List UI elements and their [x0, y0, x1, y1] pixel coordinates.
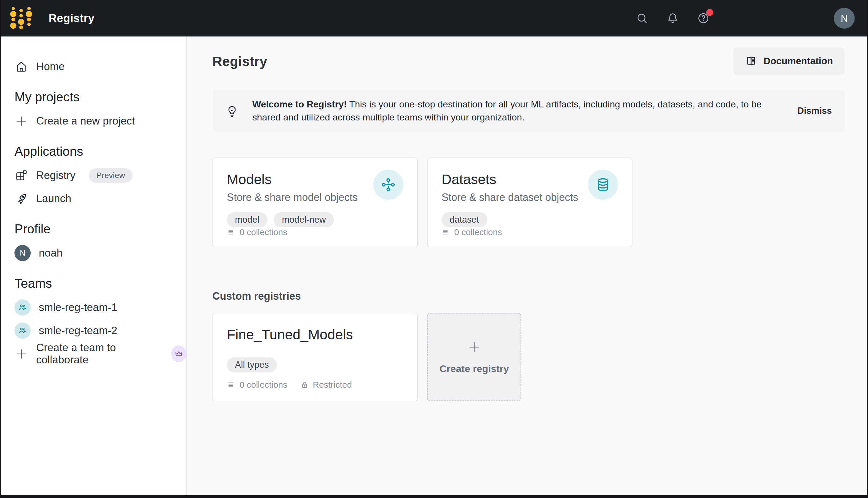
help-icon[interactable] [694, 9, 712, 27]
sidebar-item-label: Registry [36, 169, 76, 182]
sidebar-header-teams: Teams [14, 276, 186, 291]
registry-grid-icon [14, 169, 28, 182]
plus-icon [467, 340, 482, 354]
home-icon [14, 60, 28, 74]
navbar-actions: N [620, 8, 855, 29]
rocket-icon [14, 192, 28, 206]
team-people-icon [18, 326, 27, 335]
team-avatar [14, 323, 31, 339]
create-team-label: Create a team to collaborate [36, 342, 159, 366]
sidebar-item-team-1[interactable]: smle-reg-team-1 [14, 299, 186, 316]
list-icon [227, 380, 236, 390]
profile-name: noah [39, 247, 63, 259]
plus-icon [14, 347, 28, 361]
team-name: smle-reg-team-2 [39, 325, 117, 337]
visibility-status: Restricted [300, 380, 352, 390]
notifications-bell-icon[interactable] [664, 9, 682, 27]
main-content: Registry Documentation [187, 37, 867, 495]
lock-icon [300, 380, 309, 390]
tag: dataset [442, 212, 487, 227]
crown-icon [171, 345, 186, 362]
collections-count: 0 collections [227, 380, 287, 390]
create-registry-button[interactable]: Create registry [427, 313, 521, 401]
team-people-icon [18, 303, 27, 312]
plus-icon [14, 114, 28, 128]
banner-message-bold: Welcome to Registry! [252, 99, 347, 109]
team-avatar [14, 299, 31, 316]
tag: model [227, 212, 267, 227]
banner-message: Welcome to Registry! This is your one-st… [243, 98, 797, 124]
dismiss-button[interactable]: Dismiss [797, 106, 832, 116]
sidebar-item-label: Launch [36, 193, 71, 205]
sidebar-item-home[interactable]: Home [14, 58, 186, 75]
sidebar-item-launch[interactable]: Launch [14, 191, 186, 207]
sidebar-item-team-2[interactable]: smle-reg-team-2 [14, 323, 186, 339]
user-avatar[interactable]: N [834, 8, 855, 29]
sidebar: Home My projects Create a new project Ap… [1, 37, 187, 495]
sidebar-header-profile: Profile [14, 222, 186, 236]
models-registry-card[interactable]: Models Store & share model objects [212, 158, 418, 247]
sidebar-header-applications: Applications [14, 144, 186, 159]
create-project-label: Create a new project [36, 115, 135, 127]
card-subtitle: Store & share model objects [227, 192, 357, 204]
navbar-app-title: Registry [49, 12, 94, 25]
collections-count: 0 collections [227, 227, 287, 237]
preview-badge: Preview [89, 168, 133, 183]
create-project-button[interactable]: Create a new project [14, 113, 186, 129]
create-registry-label: Create registry [439, 363, 509, 375]
team-name: smle-reg-team-1 [39, 301, 117, 314]
wandb-logo-icon[interactable] [10, 6, 32, 30]
documentation-button[interactable]: Documentation [733, 48, 844, 75]
custom-registry-card[interactable]: Fine_Tuned_Models All types 0 collection… [212, 313, 418, 401]
custom-registries-header: Custom registries [212, 290, 844, 302]
list-icon [227, 227, 236, 237]
collections-count: 0 collections [442, 227, 502, 237]
top-navbar: Registry N [1, 0, 867, 37]
profile-avatar: N [14, 245, 31, 261]
sidebar-item-profile[interactable]: N noah [14, 245, 186, 261]
sidebar-item-registry[interactable]: Registry Preview [14, 167, 186, 184]
sidebar-item-label: Home [36, 61, 65, 73]
page-title: Registry [212, 53, 267, 69]
tag: All types [227, 357, 277, 372]
card-title: Models [227, 171, 357, 187]
search-icon[interactable] [633, 9, 651, 27]
database-icon [588, 170, 618, 200]
documentation-label: Documentation [763, 56, 833, 67]
app-window: Registry N [0, 0, 868, 498]
book-icon [745, 55, 757, 67]
list-icon [442, 227, 451, 237]
tag: model-new [274, 212, 334, 227]
sidebar-header-my-projects: My projects [14, 90, 186, 104]
notification-dot [706, 9, 713, 16]
welcome-banner: Welcome to Registry! This is your one-st… [212, 90, 844, 132]
create-team-button[interactable]: Create a team to collaborate [14, 346, 186, 362]
card-subtitle: Store & share dataset objects [442, 192, 578, 204]
model-icon [373, 170, 403, 200]
datasets-registry-card[interactable]: Datasets Store & share dataset objects [427, 158, 633, 247]
card-title: Datasets [442, 171, 578, 187]
lightbulb-icon [222, 104, 243, 118]
card-title: Fine_Tuned_Models [227, 327, 403, 342]
